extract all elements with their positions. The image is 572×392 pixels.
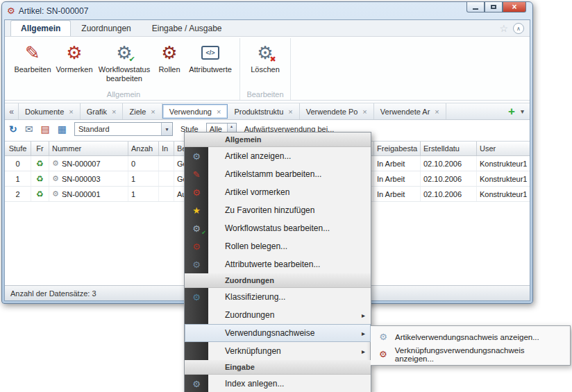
tab-ziele[interactable]: Ziele × — [123, 103, 162, 119]
menu-item-label: Index anlegen... — [225, 379, 284, 389]
menu-item-label: Rollen belegen... — [225, 241, 287, 251]
cell-user: Konstrukteur1 — [477, 171, 530, 186]
rollen-button[interactable]: ⚙ Rollen — [153, 40, 185, 76]
cell-anzahl: 0 — [128, 156, 159, 171]
menu-item-workflowstatus[interactable]: ⚙✔ Workflowstatus bearbeiten... — [185, 219, 371, 237]
menu-item-index-anlegen[interactable]: ⚙ Index anlegen... — [185, 375, 371, 392]
column-header-anzahl[interactable]: Anzah — [128, 142, 159, 155]
export-icon[interactable]: ✉ — [25, 123, 33, 135]
column-header-nummer[interactable]: Nummer — [49, 142, 128, 155]
gear-delete-icon: ⚙✖ — [257, 42, 273, 64]
ribbon-tab-zuordnungen[interactable]: Zuordnungen — [71, 20, 141, 36]
tab-verwendung[interactable]: Verwendung × — [162, 104, 228, 119]
submenu-item-artikelverwendungsnachweis[interactable]: ⚙ Artikelverwendungsnachweis anzeigen... — [371, 328, 570, 346]
ribbon-group-bearbeiten: ⚙✖ Löschen Bearbeiten — [240, 38, 291, 100]
minimize-icon — [473, 8, 478, 10]
report-icon[interactable]: ▦ — [58, 123, 67, 135]
minimize-button[interactable] — [466, 2, 485, 12]
menu-item-verwendungsnachweise[interactable]: Verwendungsnachweise ▸ — [185, 324, 371, 342]
cell-freigabestatus: In Arbeit — [374, 156, 421, 171]
cell-user: Konstrukteur1 — [477, 156, 530, 171]
close-button[interactable]: × — [503, 2, 526, 12]
ribbon-group-label: Allgemein — [8, 90, 239, 99]
submenu-item-label: Artikelverwendungsnachweis anzeigen... — [395, 333, 539, 341]
submenu-item-verknuepfungsverwendungsnachweis[interactable]: ⚙ Verknüpfungsverwendungsnachweis anzeig… — [371, 346, 570, 363]
workflowstatus-bearbeiten-button[interactable]: ⚙✔ Workflowstatus bearbeiten — [95, 40, 153, 85]
close-tab-icon[interactable]: × — [112, 108, 116, 116]
tab-label: Verwendung — [169, 108, 212, 116]
gear-icon: ⚙ — [190, 187, 203, 198]
cell-erstelldatum: 02.10.2006 — [421, 156, 477, 171]
tab-verwendete-po[interactable]: Verwendete Po × — [300, 103, 374, 119]
document-icon[interactable]: ▤ — [40, 123, 49, 135]
close-tab-icon[interactable]: × — [69, 108, 73, 116]
article-number: SN-000001 — [62, 190, 101, 198]
article-number: SN-000003 — [62, 175, 101, 183]
close-tab-icon[interactable]: × — [217, 108, 221, 116]
cell-anzahl: 1 — [128, 187, 159, 201]
document-tabstrip: « Dokumente × Grafik × Ziele × Verwendun… — [5, 103, 530, 120]
menu-item-artikel-vormerken[interactable]: ⚙ Artikel vormerken — [185, 183, 371, 201]
menu-item-verknuepfungen[interactable]: Verknüpfungen ▸ — [185, 342, 371, 360]
tab-list-dropdown[interactable]: ▾ — [521, 103, 530, 119]
status-arrows-icon: ♻ — [36, 159, 44, 169]
refresh-icon[interactable]: ↻ — [9, 123, 17, 135]
button-label: Löschen — [251, 65, 280, 74]
column-header-user[interactable]: User — [477, 142, 530, 155]
menu-item-artikel-anzeigen[interactable]: ⚙ Artikel anzeigen... — [185, 147, 371, 165]
ribbon-tab-allgemein[interactable]: Allgemein — [10, 20, 71, 36]
column-header-in[interactable]: In — [159, 142, 174, 155]
attributwerte-button[interactable]: </> Attributwerte — [185, 40, 235, 76]
tab-produktstruktur[interactable]: Produktstruktu × — [228, 103, 299, 119]
submenu-item-label: Verknüpfungsverwendungsnachweis anzeigen… — [395, 346, 564, 363]
combo-dropdown-icon[interactable]: ▾ — [161, 123, 172, 135]
close-tab-icon[interactable]: × — [288, 108, 292, 116]
menu-item-artikelstamm-bearbeiten[interactable]: ✎ Artikelstamm bearbeiten... — [185, 165, 371, 183]
status-arrows-icon: ♻ — [36, 189, 44, 199]
tab-verwendete-ar[interactable]: Verwendete Ar × — [374, 103, 446, 119]
close-tab-icon[interactable]: × — [151, 108, 155, 116]
close-tab-icon[interactable]: × — [435, 108, 439, 116]
column-header-erstelldatum[interactable]: Erstelldatu — [421, 142, 477, 155]
menu-item-attributwerte[interactable]: ⚙ Attributwerte bearbeiten... — [185, 255, 371, 273]
favorite-star-icon[interactable]: ☆ — [499, 23, 508, 34]
vormerken-button[interactable]: ⚙ Vormerken — [53, 40, 95, 76]
attributes-gear-icon: ⚙ — [190, 259, 203, 270]
roles-gear-icon: ⚙ — [161, 42, 177, 64]
cell-in — [159, 171, 174, 186]
menu-item-zuordnungen[interactable]: Zuordnungen ▸ — [185, 306, 371, 324]
ribbon-group-label: Bearbeiten — [240, 90, 290, 99]
cell-fr: ♻ — [31, 156, 49, 171]
loeschen-button[interactable]: ⚙✖ Löschen — [244, 40, 286, 76]
gear-check-icon: ⚙✔ — [190, 223, 203, 234]
view-combobox[interactable]: Standard ▾ — [74, 122, 173, 136]
tab-grafik[interactable]: Grafik × — [81, 103, 124, 119]
maximize-button[interactable] — [485, 2, 503, 12]
menu-item-label: Zu Favoriten hinzufügen — [225, 205, 314, 215]
menu-item-zu-favoriten[interactable]: ★ Zu Favoriten hinzufügen — [185, 201, 371, 219]
menu-item-label: Workflowstatus bearbeiten... — [225, 223, 330, 233]
ribbon-tab-eingabe-ausgabe[interactable]: Eingabe / Ausgabe — [142, 20, 233, 36]
ribbon-tab-bar: Allgemein Zuordnungen Eingabe / Ausgabe … — [5, 20, 530, 37]
context-menu: Allgemein ⚙ Artikel anzeigen... ✎ Artike… — [184, 132, 371, 392]
collapse-ribbon-button[interactable]: ∧ — [513, 23, 524, 34]
gear-icon: ⚙ — [66, 42, 82, 64]
titlebar[interactable]: ⚙ Artikel: SN-000007 × — [4, 2, 530, 19]
ribbon: ✎ Bearbeiten ⚙ Vormerken ⚙✔ Workflowstat… — [5, 37, 530, 101]
close-tab-icon[interactable]: × — [362, 108, 367, 116]
ribbon-group-allgemein: ✎ Bearbeiten ⚙ Vormerken ⚙✔ Workflowstat… — [8, 38, 240, 100]
spin-up-icon[interactable]: ▴ — [228, 123, 236, 130]
column-header-freigabestatus[interactable]: Freigabesta — [374, 142, 421, 155]
button-label: Vormerken — [56, 65, 92, 74]
cell-in — [159, 156, 174, 171]
cell-freigabestatus: In Arbeit — [374, 171, 421, 186]
bearbeiten-button[interactable]: ✎ Bearbeiten — [12, 40, 53, 76]
menu-item-klassifizierung[interactable]: ⚙ Klassifizierung... — [185, 288, 371, 306]
menu-item-rollen-belegen[interactable]: ⚙ Rollen belegen... — [185, 237, 371, 255]
scroll-tabs-left-button[interactable]: « — [5, 103, 19, 119]
tab-dokumente[interactable]: Dokumente × — [19, 103, 81, 119]
add-tab-button[interactable]: + — [503, 103, 521, 119]
column-header-fr[interactable]: Fr — [31, 142, 49, 155]
tab-label: Dokumente — [25, 108, 64, 116]
column-header-stufe[interactable]: Stufe — [5, 142, 31, 155]
